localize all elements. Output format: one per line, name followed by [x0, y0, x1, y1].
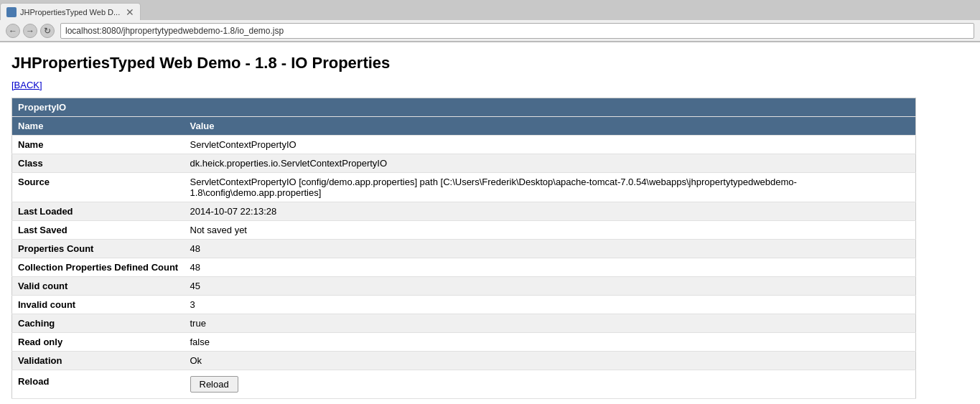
reload-button-cell: Reload	[185, 370, 916, 399]
row-value: Ok	[185, 352, 916, 370]
tab-close-icon[interactable]: ✕	[120, 6, 134, 18]
url-input[interactable]	[60, 23, 974, 39]
row-name: Last Loaded	[12, 202, 185, 221]
row-name: Read only	[12, 333, 185, 352]
row-name: Collection Properties Defined Count	[12, 258, 185, 277]
table-row: SourceServletContextPropertyIO [config/d…	[12, 173, 916, 202]
row-value: 48	[185, 240, 916, 258]
row-name: Source	[12, 173, 185, 202]
forward-button[interactable]: →	[23, 24, 37, 38]
column-header-row: Name Value	[12, 117, 916, 136]
row-value: Not saved yet	[185, 221, 916, 240]
table-row: Last Loaded2014-10-07 22:13:28	[12, 202, 916, 221]
reload-label: Reload	[12, 370, 185, 399]
row-name: Class	[12, 154, 185, 173]
back-button[interactable]: ←	[6, 24, 20, 38]
table-row: Valid count45	[12, 277, 916, 296]
reload-row: Reload Reload	[12, 370, 916, 399]
row-value: true	[185, 314, 916, 333]
browser-tab[interactable]: JHPropertiesTyped Web D... ✕	[0, 3, 141, 20]
browser-chrome: JHPropertiesTyped Web D... ✕ ← → ↻	[0, 0, 980, 42]
row-name: Properties Count	[12, 240, 185, 258]
row-value: ServletContextPropertyIO	[185, 136, 916, 154]
row-value: 3	[185, 296, 916, 314]
row-name: Name	[12, 136, 185, 154]
table-section-header: PropertyIO	[12, 98, 916, 117]
row-name: Valid count	[12, 277, 185, 296]
row-name: Last Saved	[12, 221, 185, 240]
row-value: dk.heick.properties.io.ServletContextPro…	[185, 154, 916, 173]
table-row: ValidationOk	[12, 352, 916, 370]
page-content: JHPropertiesTyped Web Demo - 1.8 - IO Pr…	[0, 42, 980, 404]
row-name: Validation	[12, 352, 185, 370]
page-title: JHPropertiesTyped Web Demo - 1.8 - IO Pr…	[11, 54, 969, 72]
tab-title: JHPropertiesTyped Web D...	[20, 8, 120, 17]
col-header-name: Name	[12, 117, 185, 136]
row-value: false	[185, 333, 916, 352]
row-value: ServletContextPropertyIO [config/demo.ap…	[185, 173, 916, 202]
col-header-value: Value	[185, 117, 916, 136]
reload-button[interactable]: Reload	[190, 376, 238, 393]
row-value: 45	[185, 277, 916, 296]
table-body: NameServletContextPropertyIOClassdk.heic…	[12, 136, 916, 370]
reload-section: Reload Reload	[12, 370, 916, 399]
table-row: Classdk.heick.properties.io.ServletConte…	[12, 154, 916, 173]
table-row: Cachingtrue	[12, 314, 916, 333]
section-header-cell: PropertyIO	[12, 98, 916, 117]
nav-buttons: ← → ↻	[6, 24, 55, 38]
row-name: Invalid count	[12, 296, 185, 314]
table-row: Invalid count3	[12, 296, 916, 314]
address-bar: ← → ↻	[0, 20, 980, 42]
table-row: Collection Properties Defined Count48	[12, 258, 916, 277]
table-row: Properties Count48	[12, 240, 916, 258]
refresh-button[interactable]: ↻	[40, 24, 55, 38]
table-row: NameServletContextPropertyIO	[12, 136, 916, 154]
tab-favicon	[6, 7, 17, 17]
table-row: Last SavedNot saved yet	[12, 221, 916, 240]
property-table: PropertyIO Name Value NameServletContext…	[11, 98, 916, 399]
table-row: Read onlyfalse	[12, 333, 916, 352]
row-name: Caching	[12, 314, 185, 333]
tab-bar: JHPropertiesTyped Web D... ✕	[0, 0, 980, 20]
row-value: 48	[185, 258, 916, 277]
back-link[interactable]: [BACK]	[11, 80, 42, 90]
row-value: 2014-10-07 22:13:28	[185, 202, 916, 221]
